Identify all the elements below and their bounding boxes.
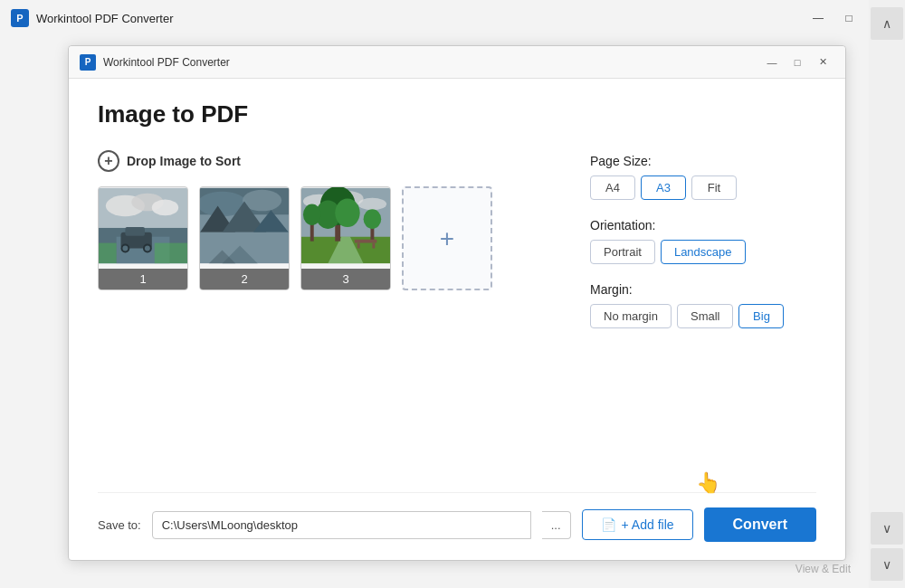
outer-window: P Workintool PDF Converter — □ ✕ ∧ ∨ ∨ P… xyxy=(0,0,905,588)
thumb-label-3: 3 xyxy=(301,269,390,289)
orientation-landscape-button[interactable]: Landscape xyxy=(661,240,746,264)
svg-point-10 xyxy=(122,246,128,251)
scroll-up-button[interactable]: ∧ xyxy=(871,7,903,40)
page-title: Image to PDF xyxy=(98,100,816,128)
drop-icon: + xyxy=(98,150,119,172)
svg-point-37 xyxy=(364,209,382,229)
page-size-group: Page Size: A4 A3 Fit xyxy=(590,154,816,200)
inner-close-button[interactable]: ✕ xyxy=(811,53,834,71)
outer-app-icon: P xyxy=(11,9,29,27)
svg-rect-39 xyxy=(357,243,360,249)
images-grid: 1 xyxy=(98,186,554,290)
orientation-group: Orientation: Portrait Landscape xyxy=(590,218,816,264)
outer-minimize-button[interactable]: — xyxy=(804,7,833,29)
add-image-placeholder[interactable]: + xyxy=(402,186,492,290)
thumbnail-2-svg xyxy=(200,187,289,264)
left-panel: + Drop Image to Sort xyxy=(98,150,554,492)
thumbnail-1-svg xyxy=(99,187,187,264)
orientation-portrait-button[interactable]: Portrait xyxy=(590,240,655,264)
outer-bottom-hint: View & Edit xyxy=(795,563,851,575)
save-to-label: Save to: xyxy=(98,518,141,532)
add-file-label: + Add file xyxy=(622,517,674,532)
inner-title: Workintool PDF Converter xyxy=(103,56,753,69)
add-file-button[interactable]: 📄 + Add file xyxy=(582,509,693,540)
main-body: + Drop Image to Sort xyxy=(98,150,816,492)
svg-rect-12 xyxy=(99,243,117,264)
inner-window: P Workintool PDF Converter — □ ✕ Image t… xyxy=(68,45,846,561)
right-scrollbar: ∧ ∨ ∨ xyxy=(869,0,905,588)
svg-rect-38 xyxy=(355,240,377,243)
bottom-bar: Save to: ... 📄 + Add file Convert xyxy=(98,492,816,542)
page-size-label: Page Size: xyxy=(590,154,816,168)
scroll-down-button-2[interactable]: ∨ xyxy=(871,548,903,581)
svg-point-3 xyxy=(152,200,178,216)
inner-win-controls: — □ ✕ xyxy=(760,53,834,71)
inner-maximize-button[interactable]: □ xyxy=(786,53,809,71)
image-thumb-3[interactable]: 3 xyxy=(300,186,391,290)
add-file-icon: 📄 xyxy=(601,517,616,532)
inner-app-icon: P xyxy=(80,54,96,71)
image-thumb-1[interactable]: 1 xyxy=(98,186,188,290)
svg-rect-40 xyxy=(372,243,375,249)
orientation-buttons: Portrait Landscape xyxy=(590,240,816,264)
inner-minimize-button[interactable]: — xyxy=(760,53,784,71)
page-size-a4-button[interactable]: A4 xyxy=(590,175,635,200)
svg-point-35 xyxy=(303,204,321,225)
inner-titlebar: P Workintool PDF Converter — □ ✕ xyxy=(69,46,845,79)
add-plus-icon: + xyxy=(440,226,454,251)
thumbnail-3-svg xyxy=(301,187,390,264)
svg-point-27 xyxy=(358,198,386,211)
page-size-buttons: A4 A3 Fit xyxy=(590,175,816,200)
svg-point-11 xyxy=(145,246,150,251)
right-panel: Page Size: A4 A3 Fit Orientation: Portra… xyxy=(590,150,816,492)
convert-button[interactable]: Convert xyxy=(704,507,816,542)
orientation-label: Orientation: xyxy=(590,218,816,232)
margin-small-button[interactable]: Small xyxy=(677,304,734,328)
margin-label: Margin: xyxy=(590,282,816,297)
drop-header: + Drop Image to Sort xyxy=(98,150,554,172)
svg-point-33 xyxy=(335,199,359,227)
thumb-label-1: 1 xyxy=(99,269,187,289)
path-browse-button[interactable]: ... xyxy=(542,511,571,539)
page-size-fit-button[interactable]: Fit xyxy=(691,175,737,200)
page-size-a3-button[interactable]: A3 xyxy=(641,175,686,200)
outer-titlebar: P Workintool PDF Converter — □ ✕ xyxy=(0,0,905,36)
drop-label: Drop Image to Sort xyxy=(127,154,241,168)
save-path-input[interactable] xyxy=(152,511,531,539)
image-thumb-2[interactable]: 2 xyxy=(199,186,290,290)
content-area: Image to PDF + Drop Image to Sort xyxy=(69,79,845,560)
outer-maximize-button[interactable]: □ xyxy=(834,7,863,29)
outer-title: Workintool PDF Converter xyxy=(36,12,796,25)
svg-rect-7 xyxy=(125,227,145,236)
thumb-label-2: 2 xyxy=(200,269,289,289)
margin-group: Margin: No margin Small Big xyxy=(590,282,816,328)
svg-rect-13 xyxy=(155,243,187,264)
margin-buttons: No margin Small Big xyxy=(590,304,816,328)
margin-none-button[interactable]: No margin xyxy=(590,304,672,328)
margin-big-button[interactable]: Big xyxy=(738,304,784,328)
scroll-down-button-1[interactable]: ∨ xyxy=(871,512,903,545)
